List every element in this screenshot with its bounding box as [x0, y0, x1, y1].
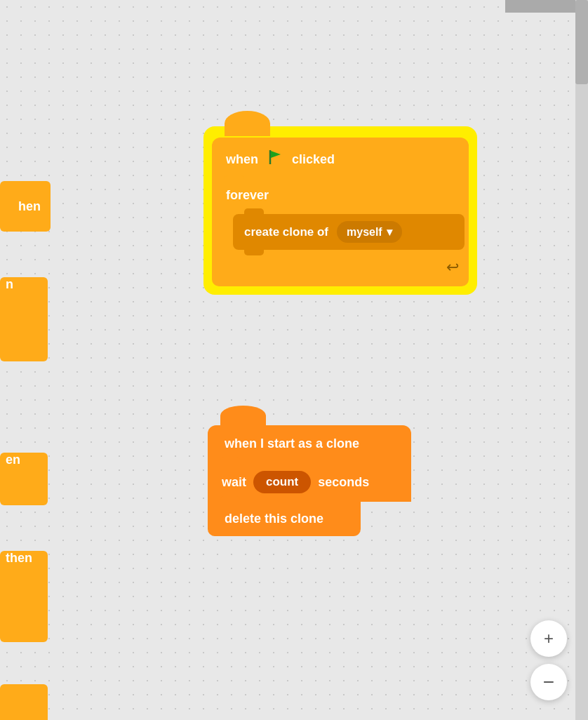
when-text: when: [226, 152, 258, 167]
wait-text: wait: [222, 475, 246, 490]
clone-nub-bottom: [244, 248, 264, 255]
wait-block[interactable]: wait count seconds: [208, 462, 411, 502]
myself-dropdown[interactable]: myself ▾: [337, 221, 402, 243]
left-block-1: hen: [0, 181, 51, 232]
left-block-2: n: [0, 277, 48, 361]
clone-group: when I start as a clone wait count secon…: [208, 406, 411, 536]
flag-block-container: when clicked forever create clone of mys…: [203, 126, 477, 295]
clone-nub-top: [244, 208, 264, 215]
hat-bump: [225, 111, 270, 136]
create-clone-wrapper: create clone of myself ▾: [212, 210, 469, 254]
flag-icon: [265, 147, 285, 171]
zoom-in-button[interactable]: +: [530, 620, 567, 657]
dropdown-arrow-icon: ▾: [387, 225, 392, 239]
zoom-in-icon: +: [544, 629, 554, 648]
create-clone-block[interactable]: create clone of myself ▾: [233, 214, 465, 250]
when-clone-text: when I start as a clone: [225, 436, 359, 451]
delete-nub-top: [220, 496, 240, 503]
myself-text: myself: [347, 226, 382, 239]
delete-clone-text: delete this clone: [225, 512, 323, 526]
count-pill[interactable]: count: [253, 471, 311, 493]
count-text: count: [266, 475, 298, 488]
top-right-bar: [505, 0, 575, 13]
forever-block[interactable]: forever: [212, 181, 469, 210]
left-label-4: then: [0, 545, 38, 571]
left-block-4: then: [0, 551, 48, 642]
scrollbar[interactable]: [575, 0, 588, 720]
create-clone-text: create clone of: [244, 225, 328, 239]
zoom-out-icon: −: [543, 671, 554, 693]
wait-nub-top: [220, 457, 240, 464]
forever-text: forever: [226, 188, 269, 202]
clone-hat-bump: [220, 406, 266, 425]
delete-clone-block[interactable]: delete this clone: [208, 502, 361, 536]
when-clicked-block[interactable]: when clicked: [212, 138, 469, 181]
left-label-3: en: [0, 447, 26, 472]
flag-clicked-group: when clicked forever create clone of mys…: [203, 126, 477, 295]
left-label-2: n: [0, 272, 19, 297]
left-block-3: en: [0, 453, 48, 505]
scrollbar-thumb[interactable]: [575, 0, 588, 84]
zoom-out-button[interactable]: −: [530, 664, 567, 700]
loop-arrow-row: ↩: [212, 254, 469, 278]
forever-block-bottom: [212, 278, 469, 286]
loop-arrow-icon: ↩: [446, 258, 459, 276]
seconds-text: seconds: [318, 475, 369, 490]
clicked-text: clicked: [292, 152, 335, 167]
forever-nub: [225, 175, 244, 182]
left-label-1: hen: [13, 194, 46, 220]
left-block-5: [0, 684, 48, 720]
